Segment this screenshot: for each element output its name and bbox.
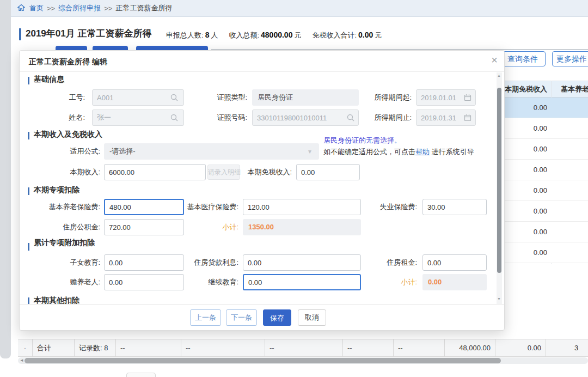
formula-label: 适用公式: bbox=[25, 143, 100, 160]
summary-row: · 合计 记录数: 8 -- -- -- -- -- 48,000.00 0.0… bbox=[18, 339, 588, 357]
save-button[interactable]: 保存 bbox=[263, 309, 291, 326]
section-title-income: 本期收入及免税收入 bbox=[34, 130, 102, 139]
section-title-deduction: 本期专项扣除 bbox=[34, 185, 79, 195]
enter-detail-button: 请录入明细 bbox=[207, 165, 240, 180]
edit-dialog: 正常工资薪金所得 编辑 × 基础信息 工号: 证照类型: 居民身份证 所得期间起… bbox=[19, 50, 505, 331]
screen: 首页 >> 综合所得申报 >> 正常工资薪金所得 2019年01月 正常工资薪金… bbox=[0, 0, 588, 377]
dialog-scrollbar-thumb[interactable] bbox=[497, 88, 501, 273]
summary-total-label: 合计 bbox=[33, 339, 75, 356]
breadcrumb-separator: >> bbox=[104, 4, 112, 13]
title-accent-bar bbox=[19, 28, 21, 40]
section-accent-bar bbox=[28, 132, 29, 139]
column-header-pension: 基本养老 bbox=[561, 81, 588, 97]
formula-hint-line1: 居民身份证的无需选择。 bbox=[323, 136, 401, 145]
cert-type-label: 证照类型: bbox=[177, 89, 247, 106]
breadcrumb-separator: >> bbox=[47, 4, 55, 13]
breadcrumb: 首页 >> 综合所得申报 >> 正常工资薪金所得 bbox=[11, 0, 588, 17]
housing-fund-input[interactable] bbox=[104, 219, 184, 235]
loan-interest-input[interactable] bbox=[243, 254, 361, 271]
income-label: 本期收入: bbox=[25, 164, 100, 180]
summary-taxfree-total: 0.00 bbox=[495, 339, 546, 356]
page-title: 2019年01月 正常工资薪金所得 bbox=[26, 27, 151, 40]
close-icon[interactable]: × bbox=[491, 54, 498, 66]
stat-total-income: 收入总额:48000.00元 bbox=[229, 31, 301, 40]
stat-declared-count: 申报总人数:8人 bbox=[166, 31, 218, 40]
summary-record-count: 记录数: 8 bbox=[75, 339, 116, 356]
taxfree-income-label: 本期免税收入: bbox=[237, 164, 292, 180]
income-input[interactable] bbox=[104, 164, 206, 180]
summary-cell-clipped: 3 bbox=[546, 339, 588, 356]
deduction-subtotal-value: 1350.00 bbox=[243, 219, 361, 235]
additional-subtotal-value: 0.00 bbox=[422, 274, 487, 290]
unemployment-input[interactable] bbox=[422, 199, 487, 215]
next-button[interactable]: 下一条 bbox=[226, 309, 257, 326]
medical-label: 基本医疗保险费: bbox=[156, 199, 238, 215]
section-title-other-clipped: 本期其他扣除 bbox=[28, 296, 148, 304]
formula-select[interactable]: -请选择- bbox=[104, 143, 319, 160]
medical-input[interactable] bbox=[243, 199, 361, 215]
summary-income-total: 48,000.00 bbox=[445, 339, 495, 356]
calendar-icon[interactable] bbox=[464, 114, 471, 124]
dialog-title-divider bbox=[20, 71, 504, 72]
home-icon bbox=[17, 4, 25, 13]
summary-cell: -- bbox=[343, 339, 394, 356]
summary-cell: -- bbox=[394, 339, 445, 356]
formula-hint-line2: 如不能确定适用公式，可点击帮助 进行系统引导 bbox=[323, 147, 474, 157]
emp-no-label: 工号: bbox=[28, 89, 85, 106]
rent-label: 住房租金: bbox=[346, 254, 417, 271]
cont-edu-input[interactable] bbox=[243, 274, 361, 290]
section-accent-bar bbox=[28, 77, 29, 84]
left-rail bbox=[0, 0, 11, 358]
period-start-label: 所得期间起: bbox=[341, 89, 412, 106]
loan-interest-label: 住房贷款利息: bbox=[156, 254, 238, 271]
section-accent-bar bbox=[28, 187, 29, 195]
query-conditions-button[interactable]: 查询条件 bbox=[500, 51, 546, 66]
child-edu-label: 子女教育: bbox=[25, 254, 100, 271]
period-end-label: 所得期间止: bbox=[341, 110, 412, 126]
summary-cell: -- bbox=[181, 339, 265, 356]
section-accent-bar bbox=[28, 243, 29, 251]
dialog-footer-divider bbox=[20, 304, 504, 305]
cont-edu-label: 继续教育: bbox=[156, 274, 238, 290]
header-stats: 申报总人数:8人 收入总额:48000.00元 免税收入合计:0.00元 bbox=[166, 31, 382, 40]
summary-cell: · bbox=[18, 339, 33, 356]
scroll-up-icon[interactable]: ▲ bbox=[497, 74, 501, 77]
calendar-icon[interactable] bbox=[464, 94, 471, 104]
deduction-subtotal-label: 小计: bbox=[183, 219, 238, 235]
breadcrumb-home[interactable]: 首页 bbox=[29, 3, 44, 13]
name-label: 姓名: bbox=[28, 110, 85, 126]
additional-subtotal-label: 小计: bbox=[363, 274, 417, 290]
elderly-label: 赡养老人: bbox=[25, 274, 100, 290]
scroll-down-icon[interactable]: ▼ bbox=[497, 297, 501, 301]
bottom-button-clipped[interactable] bbox=[126, 373, 156, 377]
help-link[interactable]: 帮助 bbox=[415, 148, 430, 156]
section-title-basic: 基础信息 bbox=[34, 75, 64, 84]
dialog-title: 正常工资薪金所得 编辑 bbox=[29, 57, 107, 67]
scroll-left-arrow-icon[interactable]: ◄ bbox=[20, 358, 24, 363]
rent-input[interactable] bbox=[422, 254, 487, 271]
section-accent-bar bbox=[28, 297, 29, 304]
unemployment-label: 失业保险费: bbox=[346, 199, 417, 215]
stat-taxfree-total: 免税收入合计:0.00元 bbox=[312, 31, 382, 40]
more-operations-button[interactable]: 更多操作 bbox=[552, 51, 588, 66]
previous-button[interactable]: 上一条 bbox=[190, 309, 221, 326]
summary-cell: -- bbox=[265, 339, 343, 356]
housing-fund-label: 住房公积金: bbox=[25, 219, 100, 235]
cert-no-label: 证照号码: bbox=[177, 110, 247, 126]
cancel-button[interactable]: 取消 bbox=[298, 309, 326, 326]
section-title-other: 本期其他扣除 bbox=[34, 296, 79, 304]
breadcrumb-item-comprehensive-income[interactable]: 综合所得申报 bbox=[58, 3, 101, 13]
taxfree-income-input[interactable] bbox=[296, 164, 360, 180]
section-title-additional: 累计专项附加扣除 bbox=[34, 238, 95, 248]
pension-label: 基本养老保险费: bbox=[25, 199, 100, 215]
summary-cell: -- bbox=[116, 339, 181, 356]
horizontal-scrollbar-thumb[interactable] bbox=[24, 358, 501, 363]
chevron-down-icon: ▾ bbox=[308, 148, 311, 155]
breadcrumb-current: 正常工资薪金所得 bbox=[115, 3, 172, 13]
